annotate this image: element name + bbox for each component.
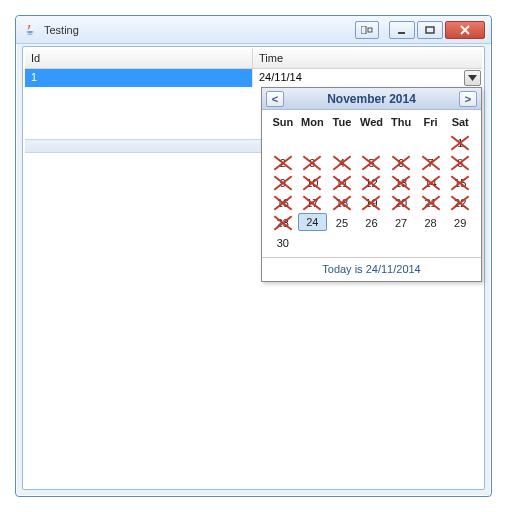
day-cell: 22 [445, 193, 475, 213]
calendar-grid: SunMonTueWedThuFriSat 123456789101112131… [262, 110, 481, 257]
dow-label: Fri [416, 113, 446, 133]
column-header-time[interactable]: Time [253, 49, 482, 68]
day-cell: 9 [268, 173, 298, 193]
svg-rect-2 [398, 32, 405, 34]
day-empty [445, 233, 475, 253]
day-cell: 11 [327, 173, 357, 193]
day-cell: 13 [386, 173, 416, 193]
day-cell: 4 [327, 153, 357, 173]
cell-time[interactable]: 24/11/14 [253, 69, 482, 87]
day-empty [357, 133, 387, 153]
day-cell: 20 [386, 193, 416, 213]
day-cell: 17 [298, 193, 328, 213]
day-cell[interactable]: 29 [445, 213, 475, 233]
day-cell: 7 [416, 153, 446, 173]
day-number: 27 [395, 217, 407, 229]
day-cell: 5 [357, 153, 387, 173]
svg-rect-1 [368, 28, 372, 32]
day-cell: 12 [357, 173, 387, 193]
client-area: Id Time 1 24/11/14 < November 2014 > [22, 46, 485, 490]
day-empty [327, 233, 357, 253]
dow-label: Wed [357, 113, 387, 133]
day-cell[interactable]: 25 [327, 213, 357, 233]
day-empty [327, 133, 357, 153]
day-empty [298, 233, 328, 253]
day-cell: 23 [268, 213, 298, 233]
day-cell: 1 [445, 133, 475, 153]
calendar-footer[interactable]: Today is 24/11/2014 [262, 257, 481, 281]
table-row[interactable]: 1 24/11/14 [25, 69, 482, 87]
day-number: 28 [425, 217, 437, 229]
titlebar[interactable]: Testing [16, 16, 491, 44]
aux-window-button[interactable] [355, 21, 379, 39]
dow-label: Tue [327, 113, 357, 133]
calendar-header: < November 2014 > [262, 88, 481, 110]
dow-label: Sat [445, 113, 475, 133]
day-cell[interactable]: 26 [357, 213, 387, 233]
day-cell: 3 [298, 153, 328, 173]
day-cell: 19 [357, 193, 387, 213]
day-empty [416, 233, 446, 253]
day-number: 26 [365, 217, 377, 229]
day-cell: 18 [327, 193, 357, 213]
day-cell: 8 [445, 153, 475, 173]
day-cell: 15 [445, 173, 475, 193]
maximize-button[interactable] [417, 21, 443, 39]
calendar-popup: < November 2014 > SunMonTueWedThuFriSat … [261, 87, 482, 282]
day-cell[interactable]: 30 [268, 233, 298, 253]
day-cell: 6 [386, 153, 416, 173]
day-cell[interactable]: 28 [416, 213, 446, 233]
day-empty [386, 233, 416, 253]
close-button[interactable] [445, 21, 485, 39]
dow-label: Mon [298, 113, 328, 133]
day-cell[interactable]: 24 [298, 213, 328, 231]
month-label: November 2014 [327, 92, 416, 106]
dow-label: Thu [386, 113, 416, 133]
app-window: Testing Id Time 1 24/1 [15, 15, 492, 497]
day-cell: 10 [298, 173, 328, 193]
time-value: 24/11/14 [259, 71, 302, 83]
day-cell: 14 [416, 173, 446, 193]
day-cell: 16 [268, 193, 298, 213]
table-header: Id Time [25, 49, 482, 69]
next-month-button[interactable]: > [459, 91, 477, 107]
window-controls [355, 21, 485, 39]
day-number: 29 [454, 217, 466, 229]
java-icon [22, 22, 38, 38]
svg-rect-0 [361, 26, 366, 34]
day-number: 30 [277, 237, 289, 249]
svg-rect-3 [426, 27, 434, 33]
day-empty [357, 233, 387, 253]
minimize-button[interactable] [389, 21, 415, 39]
day-empty [298, 133, 328, 153]
window-title: Testing [44, 24, 355, 36]
day-empty [268, 133, 298, 153]
day-empty [416, 133, 446, 153]
day-number: 24 [306, 216, 318, 228]
day-number: 25 [336, 217, 348, 229]
day-cell: 21 [416, 193, 446, 213]
day-cell[interactable]: 27 [386, 213, 416, 233]
dropdown-button[interactable] [464, 70, 481, 86]
day-empty [386, 133, 416, 153]
dow-label: Sun [268, 113, 298, 133]
day-cell: 2 [268, 153, 298, 173]
cell-id[interactable]: 1 [25, 69, 253, 87]
prev-month-button[interactable]: < [266, 91, 284, 107]
column-header-id[interactable]: Id [25, 49, 253, 68]
